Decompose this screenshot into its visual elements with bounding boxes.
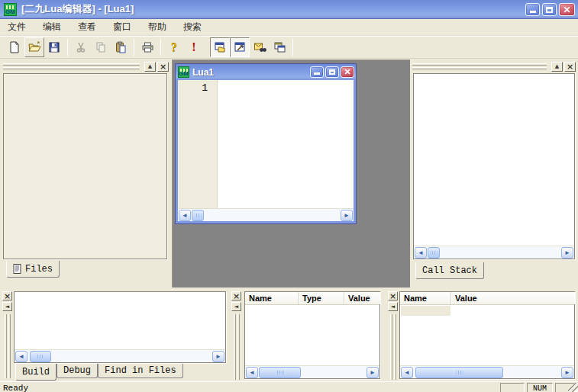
scroll-track[interactable] [259,366,366,378]
file-tree[interactable] [3,73,167,259]
pane-close-button[interactable] [388,291,398,300]
menubar: 文件 编辑 查看 窗口 帮助 搜索 [0,19,578,36]
toolbar: ? ! [0,36,578,59]
locals-table[interactable]: Name Value [399,291,575,379]
tab-debug[interactable]: Debug [57,364,98,378]
maximize-button[interactable] [542,3,557,16]
column-header-name[interactable]: Name [400,292,451,304]
toggle-workspace-window-button[interactable] [210,37,230,57]
new-file-button[interactable] [5,37,24,57]
tab-call-stack[interactable]: Call Stack [415,262,484,279]
scroll-left-button[interactable] [415,247,427,259]
pane-collapse-button[interactable] [231,302,241,311]
close-icon [567,63,573,71]
copy-button[interactable] [91,37,111,57]
run-script-button[interactable]: ! [184,37,204,57]
watch-edit-cell[interactable] [401,306,450,316]
pane-close-button[interactable] [157,62,169,72]
open-file-icon [28,41,41,53]
watch-pane: Name Type Value [229,290,382,381]
scroll-right-button[interactable] [341,210,353,221]
pane-close-button[interactable] [2,291,12,300]
callstack-hscrollbar[interactable] [414,246,574,259]
scroll-right-button[interactable] [561,247,573,259]
save-file-button[interactable] [44,37,64,57]
scroll-track[interactable] [192,209,340,221]
watch-table-body[interactable] [245,305,379,365]
editor-close-button[interactable]: ✕ [341,66,354,78]
close-icon: ✕ [344,68,350,76]
code-edit-area[interactable] [218,80,354,208]
workspace-pane-gripper[interactable] [2,61,170,72]
watch-hscrollbar[interactable] [245,365,379,378]
pane-close-button[interactable] [564,62,576,72]
editor-window-titlebar[interactable]: GM Lua1 ✕ [176,64,356,80]
column-header-name[interactable]: Name [245,292,299,304]
cut-button[interactable] [71,37,91,57]
menu-view[interactable]: 查看 [73,18,101,36]
column-header-value[interactable]: Value [451,292,574,304]
pane-close-button[interactable] [231,291,241,300]
find-in-files-tab-label: Find in Files [105,365,176,376]
paste-button[interactable] [111,37,131,57]
minimize-button[interactable] [525,3,540,16]
scroll-thumb[interactable] [192,210,204,221]
scroll-right-button[interactable] [212,351,224,362]
menu-file[interactable]: 文件 [3,18,31,36]
tab-files[interactable]: Files [6,261,60,278]
scroll-track[interactable] [428,246,560,259]
scroll-track[interactable] [28,350,212,362]
open-file-button[interactable] [24,37,44,57]
run-icon: ! [192,40,195,54]
pane-collapse-button[interactable] [388,302,398,311]
output-window-icon [234,41,246,53]
locals-table-header: Name Value [400,292,574,305]
editor-window[interactable]: GM Lua1 ✕ 1 [176,64,356,223]
output-hscrollbar[interactable] [15,349,225,362]
scroll-thumb[interactable] [30,351,51,362]
app-titlebar: GM [二九Lua编辑器] - [Lua1] ✕ [0,0,578,19]
resize-grip[interactable] [568,383,578,392]
watch-pane-gripper[interactable] [231,291,242,380]
editor-minimize-button[interactable] [310,66,324,78]
column-header-type[interactable]: Type [299,292,344,304]
debug-tab-label: Debug [63,365,91,376]
menu-edit[interactable]: 编辑 [38,18,66,36]
scroll-left-button[interactable] [179,210,191,221]
column-header-value[interactable]: Value [344,292,379,304]
pane-expand-button[interactable] [551,62,563,72]
scroll-right-button[interactable] [366,367,379,378]
editor-hscrollbar[interactable] [178,208,354,221]
find-in-files-button[interactable] [250,37,270,57]
callstack-list[interactable] [413,73,575,259]
editor-maximize-button[interactable] [325,66,339,78]
cascade-windows-button[interactable] [270,37,289,57]
pane-collapse-button[interactable] [2,302,12,311]
locals-hscrollbar[interactable] [400,365,574,378]
scroll-right-button[interactable] [561,367,573,378]
locals-pane-gripper[interactable] [387,291,399,380]
help-icon: ? [171,40,177,54]
scroll-track[interactable] [414,366,560,378]
watch-table[interactable]: Name Type Value [244,291,380,379]
menu-search[interactable]: 搜索 [179,18,206,36]
build-output-list[interactable] [14,291,226,363]
tab-find-in-files[interactable]: Find in Files [98,364,183,378]
scroll-left-button[interactable] [401,367,413,378]
callstack-pane-gripper[interactable] [411,61,577,72]
scroll-left-button[interactable] [246,367,258,378]
close-button[interactable]: ✕ [559,3,575,16]
scroll-thumb[interactable] [428,247,440,259]
scroll-left-button[interactable] [15,351,27,362]
scroll-thumb[interactable] [415,367,503,378]
toggle-output-window-button[interactable] [230,37,250,57]
help-button[interactable]: ? [164,37,184,57]
scroll-thumb[interactable] [259,367,301,378]
locals-table-body[interactable] [400,305,574,365]
output-pane: Build Debug Find in Files [0,290,228,380]
menu-window[interactable]: 窗口 [108,18,136,36]
menu-help[interactable]: 帮助 [144,18,171,36]
print-button[interactable] [137,37,157,57]
pane-expand-button[interactable] [144,62,156,72]
tab-build[interactable]: Build [15,364,57,381]
